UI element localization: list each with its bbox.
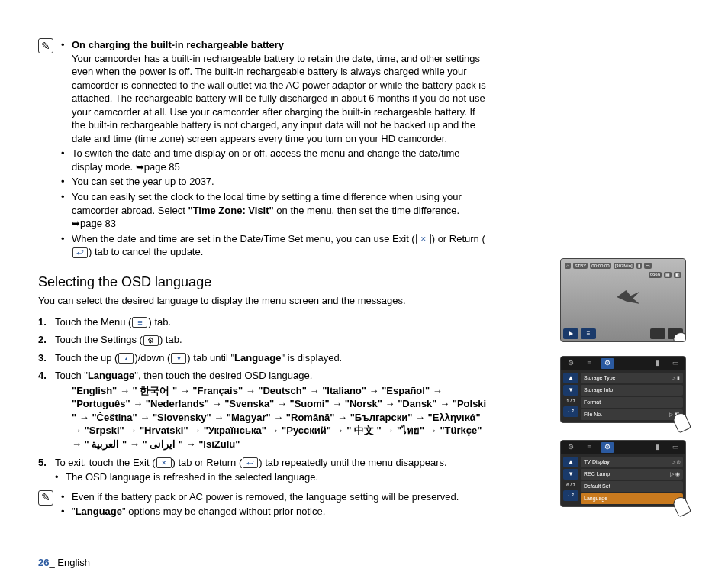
bullet-exit-return: When the date and time are set in the Da… [61,232,488,259]
step-5: To exit, touch the Exit () tab or Return… [38,456,488,484]
bullet-timezone: You can easily set the clock to the loca… [61,190,488,231]
tab-strip: ⚙ ≡ ⚙ ▮ ▭ [561,441,685,454]
bird-silhouette [617,290,639,304]
return-button[interactable]: ⮐ [563,490,578,501]
bullet-charging: On charging the built-in rechargeable ba… [61,38,488,145]
play-button[interactable]: ▶ [563,328,578,339]
camcorder-preview-screen: ⌂ STBY 00:00:00 [307Min] ▮ ▭ 9999 ▦ ◧ ▶ … [560,258,686,342]
down-button[interactable]: ▼ [563,469,578,480]
row-rec-lamp[interactable]: REC Lamp▷ ◉ [581,469,683,480]
menu-button[interactable]: ≡ [581,328,596,339]
stby-indicator: STBY [573,263,588,269]
step-2: Touch the Settings () tab. [38,333,488,347]
list-icon[interactable]: ≡ [582,442,596,453]
row-format[interactable]: Format [581,397,683,408]
card-icon: ▮ [650,442,664,453]
up-icon [118,353,134,364]
note-change: "Language" options may be changed withou… [61,505,488,519]
gear-icon[interactable]: ⚙ [564,442,578,453]
return-icon [243,457,258,468]
row-storage-info[interactable]: Storage Info [581,385,683,396]
card-icon: ▮ [636,263,642,269]
bullet-body: Your camcorder has a built-in rechargeab… [72,53,486,144]
remain-time: [307Min] [614,263,634,269]
steps-list: Touch the Menu () tab. Touch the Setting… [38,315,488,484]
up-button[interactable]: ▲ [563,373,578,383]
note-block-bottom: ✎ Even if the battery pack or AC power i… [38,490,488,520]
page-number: 26 [38,557,49,568]
finger-pointer-icon [670,331,686,342]
up-button[interactable]: ▲ [563,457,578,467]
footer-lang: English [57,557,90,568]
preview-topbar: ⌂ STBY 00:00:00 [307Min] ▮ ▭ [563,261,683,270]
step-4: Touch "Language", then touch the desired… [38,369,488,451]
nav-column: ▲ ▼ 1 / 7 ⮐ [561,370,581,422]
preview-bottombar: ▶ ≡ [563,328,683,339]
settings-screen-2: ⚙ ≡ ⚙ ▮ ▭ ▲ ▼ 6 / 7 ⮐ TV Display▷ ⎚ REC … [560,440,686,507]
preview-row2: 9999 ▦ ◧ [563,270,683,280]
shot-count: 9999 [649,272,662,278]
gear-icon[interactable]: ⚙ [564,358,578,369]
settings-icon [143,335,159,346]
home-icon: ⌂ [565,263,571,269]
finger-pointer-icon [670,496,691,514]
card-icon: ▮ [650,358,664,369]
screenshots-sidebar: ⌂ STBY 00:00:00 [307Min] ▮ ▭ 9999 ▦ ◧ ▶ … [560,258,697,524]
note-icon: ✎ [38,38,53,53]
row-default-set[interactable]: Default Set [581,481,683,492]
row-language[interactable]: Language [581,493,683,504]
mode-icon: ◧ [674,272,681,278]
language-list: "English" → " 한국어 " → "Français" → "Deut… [55,384,488,451]
down-button[interactable]: ▼ [563,385,578,396]
return-icon [72,247,88,258]
bullet-switch-display: To switch the date and time display on o… [61,147,488,173]
exit-icon [416,234,431,244]
settings-tab-active[interactable]: ⚙ [601,442,614,453]
section-intro: You can select the desired language to d… [38,294,488,308]
battery-icon: ▭ [668,358,682,369]
step-3: Touch the up ()/down () tab until "Langu… [38,351,488,365]
battery-icon: ▭ [668,442,682,453]
down-icon [171,353,186,364]
return-button[interactable]: ⮐ [563,406,578,417]
main-content: ✎ On charging the built-in rechargeable … [38,38,488,523]
nav-column: ▲ ▼ 6 / 7 ⮐ [561,454,581,506]
page-footer: 26_ English [38,556,90,570]
note-block-top: ✎ On charging the built-in rechargeable … [38,38,488,260]
list-icon[interactable]: ≡ [582,358,596,369]
row-storage-type[interactable]: Storage Type▷ ▮ [581,373,683,383]
time-counter: 00:00:00 [590,263,610,269]
exit-icon [156,457,172,468]
page-counter: 6 / 7 [563,481,578,489]
step-1: Touch the Menu () tab. [38,315,488,329]
row-tv-display[interactable]: TV Display▷ ⎚ [581,457,683,467]
bullet-title: On charging the built-in rechargeable ba… [72,39,284,50]
tab-strip: ⚙ ≡ ⚙ ▮ ▭ [561,357,685,370]
battery-icon: ▭ [644,263,652,269]
section-heading: Selecting the OSD language [38,273,488,291]
bullet-year: You can set the year up to 2037. [61,175,488,189]
quality-icon: ▦ [664,272,672,278]
indicator [650,328,665,339]
settings-screen-1: ⚙ ≡ ⚙ ▮ ▭ ▲ ▼ 1 / 7 ⮐ Storage Type▷ ▮ St… [560,356,686,423]
settings-tab-active[interactable]: ⚙ [601,358,614,369]
finger-pointer-icon [670,412,691,430]
note-icon: ✎ [38,490,53,506]
step-5-sub: The OSD language is refreshed in the sel… [55,470,488,484]
page-counter: 1 / 7 [563,397,578,405]
row-file-no[interactable]: File No.▷ ◧ [581,409,683,420]
note-preserved: Even if the battery pack or AC power is … [61,490,488,504]
menu-icon [132,317,147,328]
